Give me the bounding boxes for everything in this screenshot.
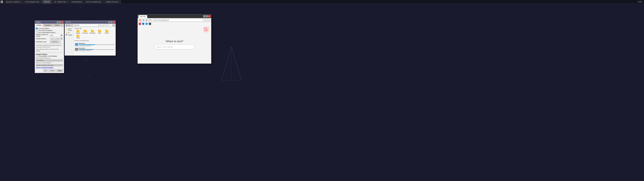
explorer-close[interactable]: ✕: [113, 21, 115, 23]
taskbar-tab-4[interactable]: Personalization: [70, 0, 84, 4]
checkbox-row-lock: Lock the taskbar: [36, 28, 63, 29]
edge-tab-newtab[interactable]: New tab: [138, 15, 147, 18]
quick-access-label: Quick access: [68, 28, 73, 31]
drive-d[interactable]: Boop (D:) 278 GB free of 465 GB: [75, 47, 115, 52]
taskbar-tab-3[interactable]: -.txt - Sublime Text ...: [52, 0, 70, 4]
taskbar-tab-5[interactable]: WYD D.morstyles (Wi...: [84, 0, 104, 4]
drive-c[interactable]: Boop (C:) 254 GB free of 465 GB: [75, 42, 115, 47]
edge-maximize-btn[interactable]: □: [206, 15, 208, 18]
search-bar[interactable]: Search This PC: [99, 24, 112, 26]
apply-btn[interactable]: Apply: [56, 69, 63, 72]
explorer-win-controls: _ □ ✕: [108, 21, 115, 23]
dl-icon: 📁: [66, 32, 68, 33]
edge-search-bar[interactable]: Search or enter address: [154, 44, 194, 49]
folder-item-5[interactable]: Pictures: [104, 30, 110, 34]
win-maximize-btn[interactable]: □: [59, 21, 61, 23]
taskbar-tab-2[interactable]: This PC: [42, 0, 51, 4]
cancel-btn[interactable]: Cancel: [49, 69, 56, 72]
edge-window-controls: _ □ ✕: [202, 15, 211, 18]
folder-item-6[interactable]: Videos: [75, 34, 81, 39]
tab-navigation[interactable]: Navigation: [43, 24, 53, 26]
drive-c-space: 254 GB free of 465 GB: [79, 45, 114, 46]
edge-collapse-btn[interactable]: ⌄: [204, 19, 207, 22]
ok-btn[interactable]: OK: [43, 69, 48, 72]
taskbar-tab-1[interactable]: ✦ DS Stranger Than...: [23, 0, 42, 4]
search-btn[interactable]: 🔍: [112, 24, 115, 26]
edge-refresh-btn[interactable]: ↻: [149, 19, 152, 22]
edge-more-btn[interactable]: ···: [208, 19, 210, 22]
buttons-select[interactable]: Never combine: [50, 38, 63, 40]
search-placeholder: Search This PC: [100, 24, 110, 26]
explorer-title: This PC: [66, 21, 71, 23]
autohide-checkbox[interactable]: [36, 30, 38, 31]
folder-item-1[interactable]: Desktop: [75, 30, 81, 34]
folder-icon-4: [98, 30, 101, 32]
taskbar-settings-title: Taskbar: [36, 21, 41, 23]
explorer-maximize[interactable]: □: [110, 21, 112, 23]
small-buttons-checkbox[interactable]: [36, 32, 38, 33]
multiple-displays-label: Multiple displays: [36, 54, 63, 55]
taskbar-tab-0[interactable]: New tab - Mozilla Pr...: [4, 0, 23, 4]
show-taskbar-checkbox[interactable]: [36, 55, 38, 57]
quick-access-icon: ⭐: [66, 29, 68, 30]
folder-item-3[interactable]: Downloads: [89, 30, 96, 34]
show-taskbar-row: Show taskbar on all displays: [36, 55, 63, 57]
drive-d-progress-fill: [79, 49, 93, 50]
taskbar-tabs: New tab - Mozilla Pr... ✦ DS Stranger Th…: [4, 0, 636, 4]
folder-item-2[interactable]: Documents: [82, 30, 88, 34]
edge-address-text: file:///D:/Stars/Edge.html: [154, 19, 169, 21]
win-controls: _ □ ✕: [56, 21, 63, 23]
taskbar-tab-6[interactable]: Taskbar and Start ...: [104, 0, 121, 4]
forward-btn[interactable]: ►: [68, 24, 70, 26]
tab-toolbars[interactable]: Toolbars: [53, 24, 62, 26]
drive-c-progress-fill: [79, 44, 95, 45]
folder-label-3: Downloads: [90, 32, 96, 34]
drive-d-icon: [75, 48, 78, 51]
divider-2: [36, 52, 63, 53]
lock-taskbar-checkbox[interactable]: [36, 28, 38, 29]
sidebar-dl[interactable]: 📁 DL: [65, 31, 74, 34]
favicon-3[interactable]: [146, 22, 148, 25]
favicon-4[interactable]: [149, 22, 151, 25]
tab-taskbar[interactable]: Taskbar: [35, 24, 43, 27]
address-bar[interactable]: This PC: [74, 24, 98, 26]
buttons-other-label: Buttons on other taskbars:: [36, 62, 63, 64]
edge-forward-btn[interactable]: ►: [146, 19, 148, 22]
win-close-btn[interactable]: ✕: [61, 21, 63, 23]
drive-c-name: Boop (C:): [79, 42, 114, 44]
sidebar-images[interactable]: 🖼 Images: [65, 34, 74, 36]
edge-minimize-btn[interactable]: _: [203, 15, 206, 18]
drive-d-info: Boop (D:) 278 GB free of 465 GB: [79, 48, 114, 51]
all-taskbars-bar: All taskbars: [36, 59, 63, 62]
svg-rect-5: [2, 1, 3, 2]
autohide-label: Auto-hide the taskbar: [38, 30, 52, 31]
win-minimize-btn[interactable]: _: [56, 21, 58, 23]
edge-search-placeholder: Search or enter address: [156, 46, 173, 48]
lock-taskbar-label: Lock the taskbar: [38, 28, 49, 29]
show-taskbar-on-label: Show taskbar buttons on:: [36, 57, 63, 59]
grid-icon: [1, 1, 3, 3]
back-btn[interactable]: ◄: [66, 24, 68, 26]
favicon-1[interactable]: [139, 22, 141, 25]
folder-item-4[interactable]: Music: [96, 30, 103, 34]
edge-bookmark-btn[interactable]: 🔖: [139, 19, 142, 22]
edge-address-bar[interactable]: file:///D:/Stars/Edge.html: [152, 18, 204, 22]
drive-c-icon: [75, 43, 78, 46]
up-btn[interactable]: ↑: [71, 24, 73, 26]
drive-c-progress-bg: [79, 44, 114, 45]
explorer-toolbar: ◄ ► ↑ This PC Search This PC 🔍: [65, 24, 116, 27]
folder-label-5: Pictures: [105, 32, 109, 34]
explorer-minimize[interactable]: _: [108, 21, 110, 23]
edge-back-btn[interactable]: ◄: [142, 19, 145, 22]
sidebar-quick-access[interactable]: ⭐ Quick access: [65, 28, 74, 31]
edge-close-btn[interactable]: ✕: [208, 15, 210, 18]
checkbox-row-autohide: Auto-hide the taskbar: [36, 30, 63, 31]
folder-label-6: Videos: [76, 37, 80, 38]
favicon-2[interactable]: [142, 22, 144, 25]
apps-icon[interactable]: [0, 0, 4, 4]
folders-grid: Desktop Documents Downloads Music Pictur…: [75, 30, 115, 39]
how-to-link[interactable]: How do I customize toolbars?: [36, 67, 63, 68]
customize-btn[interactable]: Customize...: [50, 40, 60, 43]
edge-content: 🌸 Where to next? Search or enter address: [138, 26, 211, 64]
location-select[interactable]: Top: [50, 34, 63, 36]
